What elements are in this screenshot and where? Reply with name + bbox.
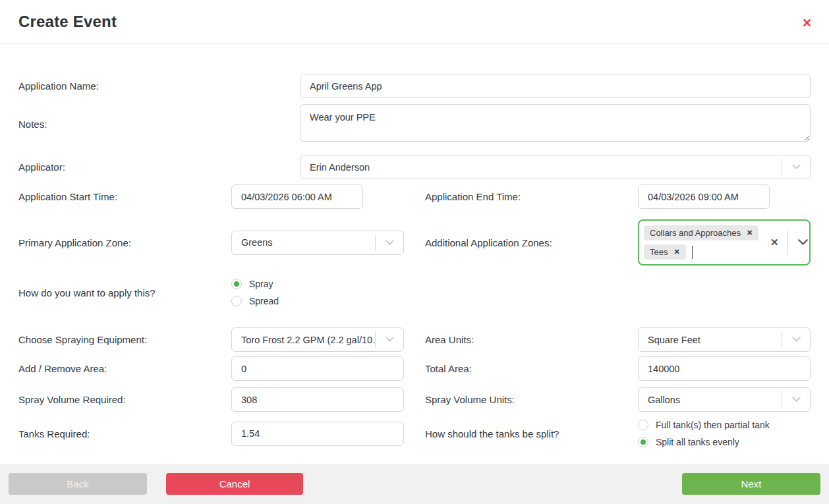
radio-option-split-evenly[interactable]: Split all tanks evenly [638, 437, 770, 447]
total-area-input[interactable] [638, 356, 811, 381]
text-caret [692, 246, 693, 259]
clear-icon[interactable]: ✕ [761, 237, 787, 248]
application-name-label: Application Name: [18, 80, 300, 92]
tag-remove-icon[interactable]: ✕ [673, 248, 679, 256]
end-time-input[interactable] [638, 184, 770, 209]
spray-volume-row: Spray Volume Required: Spray Volume Unit… [18, 387, 811, 412]
cancel-button[interactable]: Cancel [166, 473, 303, 495]
modal-footer: Back Cancel Next [0, 464, 829, 504]
notes-label: Notes: [18, 119, 300, 130]
area-units-select[interactable]: Square Feet [638, 327, 811, 352]
spray-volume-required-label: Spray Volume Required: [18, 394, 231, 405]
radio-option-label: Split all tanks evenly [656, 437, 739, 447]
chevron-down-icon[interactable] [788, 239, 817, 246]
zones-row: Primary Application Zone: Greens Additio… [18, 219, 811, 266]
tanks-required-input[interactable] [231, 422, 404, 446]
notes-row: Notes: Wear your PPE [18, 104, 811, 144]
chevron-down-icon[interactable] [782, 397, 810, 403]
spray-volume-units-selected-value: Gallons [639, 395, 782, 405]
application-name-row: Application Name: [18, 74, 811, 98]
apply-method-radio-group: Spray Spread [231, 279, 279, 306]
applicator-selected-value: Erin Anderson [300, 162, 782, 173]
apply-method-label: How do you want to apply this? [18, 287, 231, 298]
area-units-label: Area Units: [425, 334, 638, 345]
create-event-form: Application Name: Notes: Wear your PPE A… [0, 74, 829, 447]
chevron-down-icon[interactable] [782, 337, 810, 343]
close-icon[interactable]: ✕ [802, 17, 812, 29]
time-row: Application Start Time: Application End … [18, 184, 811, 209]
create-event-modal: Create Event ✕ Application Name: Notes: … [0, 0, 829, 447]
radio-unselected-icon[interactable] [231, 296, 242, 306]
zone-tag-label: Collars and Approaches [650, 228, 741, 238]
radio-option-spread[interactable]: Spread [231, 296, 279, 306]
applicator-label: Applicator: [18, 161, 300, 173]
radio-option-full-tanks[interactable]: Full tank(s) then partial tank [638, 420, 770, 430]
spray-volume-required-input[interactable] [231, 387, 404, 412]
additional-zones-multiselect[interactable]: Collars and Approaches ✕ Tees ✕ ✕ [638, 219, 811, 266]
area-row: Add / Remove Area: Total Area: [18, 356, 811, 381]
modal-header: Create Event ✕ [0, 0, 829, 43]
tanks-row: Tanks Required: How should the tanks be … [18, 420, 811, 447]
radio-option-label: Spray [249, 279, 273, 289]
radio-option-spray[interactable]: Spray [231, 279, 279, 289]
primary-zone-label: Primary Application Zone: [18, 237, 231, 248]
total-area-label: Total Area: [425, 363, 638, 374]
primary-zone-select[interactable]: Greens [231, 231, 404, 255]
radio-option-label: Full tank(s) then partial tank [656, 420, 770, 430]
additional-zones-label: Additional Application Zones: [425, 237, 638, 248]
page-title: Create Event [18, 13, 117, 31]
radio-selected-icon[interactable] [231, 279, 242, 289]
end-time-label: Application End Time: [425, 191, 638, 202]
tank-split-radio-group: Full tank(s) then partial tank Split all… [638, 420, 770, 447]
radio-option-label: Spread [249, 296, 279, 306]
spray-volume-units-label: Spray Volume Units: [425, 394, 638, 405]
notes-textarea[interactable]: Wear your PPE [300, 104, 811, 142]
equipment-selected-value: Toro Frost 2.2 GPM (2.2 gal/10… [232, 335, 375, 345]
chevron-down-icon[interactable] [376, 337, 403, 343]
add-remove-area-input[interactable] [231, 356, 404, 381]
chevron-down-icon[interactable] [376, 240, 403, 246]
equipment-row: Choose Spraying Equipment: Toro Frost 2.… [18, 327, 811, 352]
zone-tag: Collars and Approaches ✕ [644, 225, 758, 240]
equipment-select[interactable]: Toro Frost 2.2 GPM (2.2 gal/10… [231, 327, 404, 352]
zone-tag-label: Tees [650, 247, 668, 257]
zone-tag-list: Collars and Approaches ✕ Tees ✕ [644, 223, 761, 262]
radio-unselected-icon[interactable] [638, 420, 648, 430]
zone-tag: Tees ✕ [644, 244, 686, 260]
tank-split-label: How should the tanks be split? [425, 428, 638, 439]
add-remove-area-label: Add / Remove Area: [18, 363, 231, 374]
equipment-label: Choose Spraying Equipment: [18, 334, 231, 345]
applicator-select[interactable]: Erin Anderson [300, 155, 811, 179]
start-time-input[interactable] [231, 184, 363, 209]
spray-volume-units-select[interactable]: Gallons [638, 387, 811, 412]
tag-remove-icon[interactable]: ✕ [747, 229, 753, 237]
application-name-input[interactable] [300, 74, 811, 98]
chevron-down-icon[interactable] [782, 164, 810, 170]
primary-zone-selected-value: Greens [232, 237, 375, 248]
apply-method-row: How do you want to apply this? Spray Spr… [18, 279, 811, 306]
tanks-required-label: Tanks Required: [18, 428, 231, 439]
area-units-selected-value: Square Feet [639, 335, 782, 345]
radio-selected-icon[interactable] [638, 437, 648, 447]
applicator-row: Applicator: Erin Anderson [18, 155, 811, 179]
start-time-label: Application Start Time: [18, 191, 231, 202]
back-button[interactable]: Back [9, 473, 147, 495]
next-button[interactable]: Next [682, 473, 820, 495]
